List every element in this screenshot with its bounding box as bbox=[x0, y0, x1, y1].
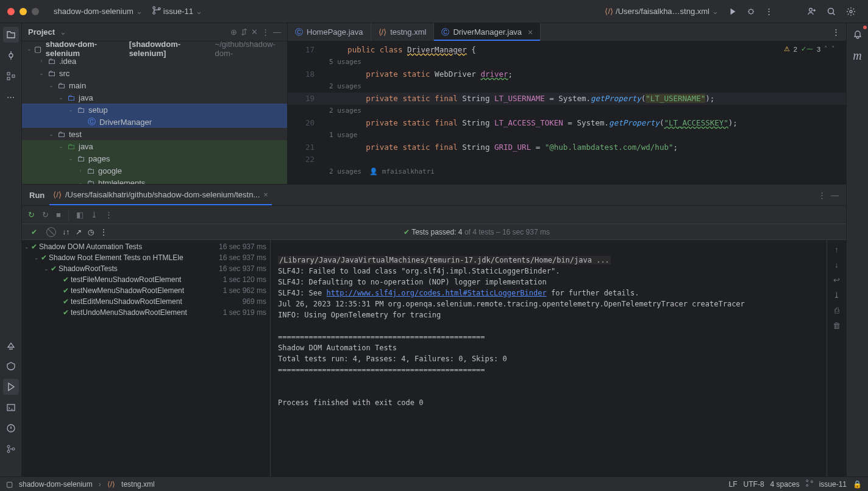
tree-item-src[interactable]: ⌄🗀src bbox=[22, 67, 287, 79]
rerun-failed-button[interactable]: ↻ bbox=[42, 210, 49, 219]
panel-options[interactable]: ⋮ bbox=[261, 27, 269, 37]
build-tool-button[interactable] bbox=[3, 337, 19, 353]
tree-item-drivermanager[interactable]: ⒸDriverManager bbox=[22, 116, 287, 128]
close-window[interactable] bbox=[7, 8, 15, 15]
notifications-button[interactable] bbox=[850, 27, 866, 43]
indent-settings[interactable]: 4 spaces bbox=[770, 480, 800, 489]
close-icon[interactable]: × bbox=[263, 190, 268, 199]
run-config-selector[interactable]: ⟨/⟩ /Users/faisalkha…stng.xml ⌄ bbox=[600, 4, 724, 18]
breadcrumb-root[interactable]: shadow-dom-selenium bbox=[19, 480, 93, 489]
sort-button[interactable]: ↓↑ bbox=[62, 228, 69, 236]
code-with-me[interactable] bbox=[802, 4, 822, 19]
git-branch-selector[interactable]: issue-11 ⌄ bbox=[148, 4, 207, 19]
slf4j-link[interactable]: http://www.slf4j.org/codes.html#StaticLo… bbox=[326, 289, 546, 297]
services-tool-button[interactable] bbox=[3, 358, 19, 374]
more-actions[interactable]: ⋮ bbox=[760, 4, 778, 18]
clear-all[interactable]: 🗑 bbox=[833, 321, 841, 330]
project-selector[interactable]: shadow-dom-selenium ⌄ bbox=[49, 4, 148, 18]
run-options[interactable]: ⋮ bbox=[818, 191, 826, 200]
run-tool-button[interactable] bbox=[3, 379, 19, 395]
project-tool-button[interactable] bbox=[3, 27, 19, 43]
toggle-auto-test[interactable]: ◧ bbox=[76, 210, 84, 219]
warning-icon: ⚠ bbox=[784, 45, 790, 53]
test-row[interactable]: ⌄✔ Shadow DOM Automation Tests16 sec 937… bbox=[22, 241, 270, 252]
expand-button[interactable]: ↗ bbox=[76, 228, 82, 236]
more-tool-button[interactable]: ⋯ bbox=[3, 89, 19, 105]
tab-testng[interactable]: ⟨/⟩testng.xml bbox=[371, 23, 435, 41]
check-icon: ✔ bbox=[51, 264, 57, 273]
print[interactable]: ⎙ bbox=[834, 306, 839, 315]
select-opened-file[interactable]: ⊕ bbox=[230, 27, 237, 37]
search-everywhere[interactable] bbox=[822, 4, 841, 19]
export-results[interactable]: ⤓ bbox=[91, 210, 98, 219]
project-tree[interactable]: ⌄▢shadow-dom-selenium [shadowdom-seleniu… bbox=[22, 41, 287, 184]
tree-item-htmlelements[interactable]: ⌄🗀htmlelements bbox=[22, 177, 287, 184]
editor-options[interactable]: ⋮ bbox=[826, 23, 846, 41]
title-bar: shadow-dom-selenium ⌄ issue-11 ⌄ ⟨/⟩ /Us… bbox=[0, 0, 868, 23]
collapse-all[interactable]: ✕ bbox=[251, 27, 258, 37]
tree-item-test[interactable]: ⌄🗀test bbox=[22, 128, 287, 140]
minimize-window[interactable] bbox=[20, 8, 27, 15]
panel-hide[interactable]: — bbox=[273, 27, 281, 37]
test-options[interactable]: ⋮ bbox=[100, 228, 107, 236]
code-editor[interactable]: 17 public class DriverManager { 5 usages… bbox=[288, 41, 846, 184]
test-row[interactable]: ✔ testFileMenuShadowRootElement1 sec 120… bbox=[22, 274, 270, 285]
typo-icon: ✓⁓ bbox=[801, 45, 813, 53]
maven-tool-button[interactable]: m bbox=[850, 48, 866, 63]
terminal-tool-button[interactable] bbox=[3, 400, 19, 415]
line-separator[interactable]: LF bbox=[729, 480, 738, 489]
lock-icon[interactable]: 🔒 bbox=[853, 480, 862, 489]
check-icon: ✔ bbox=[41, 253, 47, 262]
breadcrumb-file[interactable]: testng.xml bbox=[121, 480, 155, 489]
clock-button[interactable]: ◷ bbox=[88, 228, 94, 236]
tab-drivermanager[interactable]: ⒸDriverManager.java× bbox=[434, 23, 541, 41]
soft-wrap[interactable]: ↩ bbox=[833, 275, 840, 284]
test-row[interactable]: ✔ testEditMenuShadowRootElement969 ms bbox=[22, 296, 270, 307]
test-tree[interactable]: ⌄✔ Shadow DOM Automation Tests16 sec 937… bbox=[22, 240, 271, 476]
tree-item-test-java[interactable]: ⌄🗀java bbox=[22, 140, 287, 152]
show-passed[interactable]: ✔ bbox=[28, 226, 40, 238]
tree-root[interactable]: ⌄▢shadow-dom-selenium [shadowdom-seleniu… bbox=[22, 43, 287, 55]
test-row[interactable]: ⌄✔ Shadow Root Element Tests on HTMLEle1… bbox=[22, 252, 270, 263]
test-row[interactable]: ✔ testUndoMenuShadowRootElement1 sec 919… bbox=[22, 307, 270, 318]
settings-button[interactable] bbox=[841, 4, 861, 19]
vcs-tool-button[interactable] bbox=[3, 441, 19, 457]
test-folder-icon: 🗀 bbox=[66, 141, 76, 151]
maximize-window[interactable] bbox=[32, 8, 39, 15]
inspection-widget[interactable]: ⚠2 ✓⁓3 ˄ ˅ bbox=[784, 45, 835, 53]
console-output[interactable]: /Library/Java/JavaVirtualMachines/temuri… bbox=[271, 240, 827, 476]
stop-button[interactable]: ■ bbox=[56, 210, 61, 219]
run-config-tab[interactable]: ⟨/⟩ /Users/faisalkhatri/github/shadow-do… bbox=[49, 185, 272, 205]
chevron-down-icon: ⌄ bbox=[712, 7, 719, 16]
tree-item-main[interactable]: ⌄🗀main bbox=[22, 79, 287, 91]
next-highlight[interactable]: ˅ bbox=[831, 45, 835, 53]
status-branch[interactable]: issue-11 bbox=[819, 480, 847, 489]
rerun-button[interactable]: ↻ bbox=[28, 210, 35, 219]
debug-button[interactable] bbox=[742, 5, 760, 18]
test-history[interactable]: ⋮ bbox=[105, 210, 113, 219]
test-row[interactable]: ✔ testNewMenuShadowRootElement1 sec 962 … bbox=[22, 285, 270, 296]
close-icon[interactable]: × bbox=[528, 27, 533, 37]
tree-item-setup[interactable]: ⌄🗀setup bbox=[22, 104, 287, 116]
commit-tool-button[interactable] bbox=[3, 48, 19, 63]
tab-homepage[interactable]: ⒸHomePage.java bbox=[288, 23, 371, 41]
run-button[interactable] bbox=[724, 5, 742, 18]
problems-tool-button[interactable] bbox=[3, 420, 19, 436]
tree-item-google[interactable]: ›🗀google bbox=[22, 164, 287, 177]
show-ignored[interactable] bbox=[46, 227, 56, 237]
test-row[interactable]: ⌄✔ ShadowRootTests16 sec 937 ms bbox=[22, 263, 270, 274]
check-icon: ✔ bbox=[63, 275, 69, 284]
prev-highlight[interactable]: ˄ bbox=[824, 45, 828, 53]
scroll-down[interactable]: ↓ bbox=[834, 260, 839, 269]
chevron-down-icon[interactable]: ⌄ bbox=[60, 27, 66, 37]
scroll-up[interactable]: ↑ bbox=[834, 245, 839, 254]
structure-tool-button[interactable] bbox=[3, 68, 19, 84]
tree-item-java[interactable]: ⌄🗀java bbox=[22, 91, 287, 104]
scroll-to-end[interactable]: ⤓ bbox=[833, 291, 840, 300]
run-hide[interactable]: — bbox=[831, 191, 839, 200]
expand-all[interactable]: ⇵ bbox=[241, 27, 247, 37]
file-encoding[interactable]: UTF-8 bbox=[744, 480, 764, 489]
folder-icon: 🗀 bbox=[46, 56, 56, 66]
tree-item-pages[interactable]: ⌄🗀pages bbox=[22, 152, 287, 164]
test-status-bar: ✔ ↓↑ ↗ ◷ ⋮ ✔ Tests passed: 4 of 4 tests … bbox=[22, 224, 846, 240]
